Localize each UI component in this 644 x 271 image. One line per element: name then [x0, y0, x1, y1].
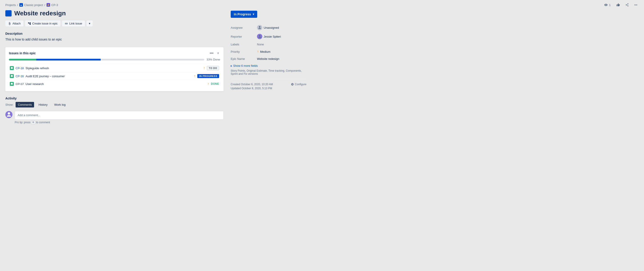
svg-point-2: [259, 35, 260, 36]
watch-button[interactable]: 1: [602, 2, 612, 7]
configure-label: Configure: [295, 83, 306, 86]
priority-icon-cp17: ↑: [207, 82, 209, 86]
epic-add-button[interactable]: +: [216, 51, 220, 56]
reporter-row: Reporter Jessie Spiteri: [231, 32, 306, 41]
pro-tip-text: Pro tip: press: [15, 121, 30, 124]
more-button[interactable]: •••: [633, 2, 639, 7]
comment-row: Add a comment...: [5, 111, 224, 119]
story-icon: [10, 67, 13, 69]
story-icon: [10, 82, 13, 85]
epic-more-button[interactable]: •••: [209, 51, 214, 56]
issue-type-story-icon: [10, 66, 14, 70]
link-issue-label: Link issue: [69, 22, 82, 25]
share-button[interactable]: [624, 2, 630, 7]
issue-key-cp16[interactable]: CP-16: [16, 74, 24, 78]
reporter-label: Reporter: [231, 35, 255, 38]
ellipsis-icon: •••: [634, 3, 637, 7]
tab-worklog[interactable]: Work log: [52, 102, 68, 107]
reporter-avatar: [257, 34, 262, 39]
link-icon: [65, 22, 68, 25]
attach-button[interactable]: Attach: [5, 20, 24, 26]
priority-arrow-icon: ↑: [257, 50, 259, 54]
configure-button[interactable]: Configure: [291, 83, 306, 86]
tab-history[interactable]: History: [36, 102, 50, 107]
create-issue-button[interactable]: Create issue in epic: [25, 20, 60, 26]
epic-name-label: Epic Name: [231, 57, 255, 60]
svg-point-1: [259, 26, 260, 27]
epic-name-text: Website redesign: [257, 57, 279, 60]
priority-row: Priority ↑ Medium: [231, 48, 306, 55]
progress-bar-container: 33% Done: [9, 58, 220, 61]
status-badge-cp17[interactable]: DONE: [211, 82, 219, 85]
thumbs-up-icon: [616, 3, 620, 7]
tab-comments[interactable]: Comments: [16, 102, 34, 107]
eye-icon: [604, 3, 608, 7]
issue-row: CP-18 Styleguide refresh ↑ TO DO: [9, 64, 220, 72]
status-badge-cp18[interactable]: TO DO: [207, 66, 219, 70]
story-icon: [10, 75, 13, 77]
priority-icon-cp16: ↑: [194, 74, 196, 78]
chevron-right-icon: ▸: [231, 64, 232, 67]
avatar-icon: [5, 111, 12, 118]
pro-tip: Pro tip: press M to comment: [15, 121, 224, 124]
priority-value[interactable]: ↑ Medium: [257, 50, 270, 54]
top-bar: Projects / ▲ Classic project / ⚡ CP-3 1 …: [0, 0, 644, 10]
meta-section: Assignee Unassigned Reporter Jessie Spit…: [231, 23, 306, 62]
progress-label: 33% Done: [206, 58, 220, 61]
show-label: Show:: [5, 103, 13, 106]
show-more-label: Show 6 more fields: [233, 64, 258, 67]
reporter-name: Jessie Spiteri: [264, 35, 281, 38]
chevron-down-icon: ▾: [253, 13, 254, 16]
assignee-avatar: [257, 25, 262, 30]
timestamps: Created October 6, 2020, 10:20 AM Config…: [231, 79, 306, 90]
page-title-row: Website redesign: [5, 10, 224, 17]
epic-issues-card: Issues in this epic ••• + 33% Done CP-18: [5, 47, 224, 91]
more-actions-dropdown[interactable]: ▾: [86, 20, 93, 26]
issue-summary-cp18: Styleguide refresh: [26, 66, 202, 70]
issue-row: CP-16 Audit E2E journey – consumer ↑ IN …: [9, 72, 220, 80]
gear-icon: [291, 83, 294, 86]
breadcrumb-projects[interactable]: Projects: [5, 3, 16, 7]
activity-show-row: Show: Comments History Work log: [5, 102, 224, 107]
updated-text: Updated October 8, 2020, 5:13 PM: [231, 87, 272, 90]
updated-row: Updated October 8, 2020, 5:13 PM: [231, 87, 306, 90]
current-user-avatar: [5, 111, 12, 118]
issue-type-story-icon: [10, 82, 14, 86]
right-panel: In Progress ▾ Assignee Unassigned Report…: [231, 10, 306, 129]
issue-key-cp18[interactable]: CP-18: [16, 66, 24, 70]
breadcrumb-issue-key[interactable]: CP-3: [52, 3, 58, 7]
epic-color-indicator: [5, 10, 12, 16]
assignee-value[interactable]: Unassigned: [257, 25, 279, 30]
assignee-label: Assignee: [231, 26, 255, 29]
reporter-icon: [258, 34, 262, 39]
attach-label: Attach: [12, 22, 21, 25]
description-heading: Description: [5, 32, 224, 35]
link-issue-button[interactable]: Link issue: [62, 20, 85, 26]
hierarchy-icon: [28, 22, 31, 25]
status-button[interactable]: In Progress ▾: [231, 11, 257, 18]
reporter-value[interactable]: Jessie Spiteri: [257, 34, 281, 39]
created-text: Created October 6, 2020, 10:20 AM: [231, 83, 273, 86]
created-row: Created October 6, 2020, 10:20 AM Config…: [231, 83, 306, 86]
epic-issues-header: Issues in this epic ••• +: [9, 51, 220, 56]
page-title: Website redesign: [14, 10, 66, 17]
status-badge-cp16[interactable]: IN PROGRESS: [197, 74, 219, 78]
issue-key-cp17[interactable]: CP-17: [16, 82, 24, 86]
main-layout: Website redesign Attach Create issue in …: [0, 10, 312, 135]
comment-input[interactable]: Add a comment...: [15, 111, 224, 119]
show-more-fields-button[interactable]: ▸ Show 6 more fields: [231, 63, 258, 68]
assignee-name: Unassigned: [264, 26, 279, 29]
svg-point-0: [8, 112, 10, 115]
like-button[interactable]: [615, 2, 621, 7]
breadcrumb-project[interactable]: Classic project: [24, 3, 43, 7]
progress-bar: [9, 59, 204, 60]
description-text: This is how to add child issues to an ep…: [5, 37, 224, 42]
breadcrumb-sep1: /: [17, 3, 18, 7]
labels-value[interactable]: None: [257, 43, 264, 46]
progress-green: [9, 59, 36, 60]
unassigned-icon: [258, 25, 262, 30]
epic-name-value[interactable]: Website redesign: [257, 57, 279, 60]
assignee-row: Assignee Unassigned: [231, 23, 306, 32]
paperclip-icon: [8, 22, 11, 25]
issue-summary-cp17: User research: [26, 82, 206, 86]
